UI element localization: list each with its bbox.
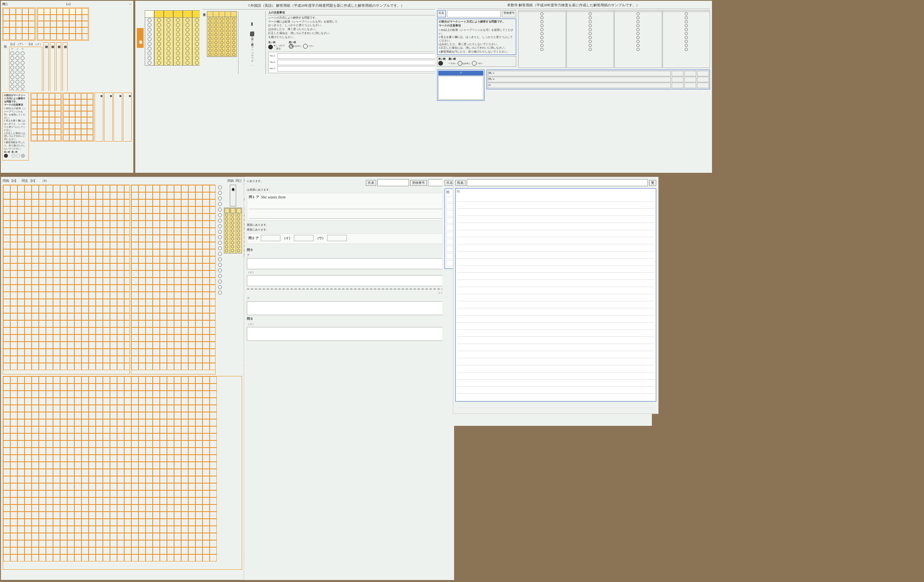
- q2-label: 問二: [2, 2, 8, 6]
- ni-arimasu-top: にあります。: [247, 179, 364, 183]
- math-name-row: 氏名 受検番号: [437, 10, 516, 17]
- bl-q4r: 問四: [227, 179, 234, 183]
- name-field-math-b: 氏名: [455, 180, 466, 186]
- score-hint: スライトし: [247, 291, 452, 295]
- math-bottom-sheet: 氏名 受 採点 問: [453, 177, 659, 414]
- candidate-num-right: 受検番号: [224, 185, 242, 374]
- q5-label-bc: 問５: [247, 248, 452, 252]
- q6-i-label: （イ）: [247, 322, 452, 326]
- vertical-writing-3: 解答欄: [56, 42, 61, 91]
- tl-second-row: の部分がマークシート方式により解答する問題です。 マークの注意事項 1 HB以上…: [1, 91, 133, 162]
- math-mark-examples: 良い例 悪い例 ✓小さい はみ出し: [437, 56, 516, 67]
- bl-header-row: 問四 【4】 問五 【6】 （9） 問四 問三: [3, 179, 242, 183]
- q4-label: 【4】: [65, 2, 72, 6]
- q-labels: 【6】（ア） 【4】（イ）: [9, 42, 42, 46]
- q6-label-bc: 問６: [247, 317, 452, 321]
- math-name-label: 氏名: [437, 10, 446, 17]
- candidate-label-bc: 受検番号: [410, 180, 427, 186]
- q6-a-field: [247, 301, 452, 315]
- good-mark-section: 良い例 ●しっかり 塗る: [268, 41, 285, 51]
- vertical-writing-1: 解答欄: [44, 42, 49, 91]
- writing-section-1: [2, 8, 36, 41]
- bl-q4: 問四 【4】: [3, 179, 18, 183]
- vertical-answer-col: 解答欄: [95, 93, 103, 142]
- candidate-label-right: 受検番号: [230, 185, 236, 206]
- good-label: 良い例: [268, 41, 285, 44]
- q5-a-field: [247, 258, 452, 269]
- dash-divider: 一: [129, 2, 132, 6]
- english-answer-sheet: にあります。 氏者 受検番号 は表面にあります。 問１ ア She wants …: [244, 177, 454, 580]
- writing-main-row: 受検番号: [3, 185, 242, 374]
- q1-label: 問１ ア: [249, 195, 259, 199]
- math-q-marker: 問: [457, 190, 460, 194]
- bl-q9: （9）: [41, 179, 49, 183]
- vertical-answer-col-2: 解答欄: [104, 93, 113, 142]
- instructions-title: 上の注意事項: [268, 11, 451, 15]
- math-marks-title: の部分がマークシート方式により解答する問題です。: [439, 20, 515, 24]
- q5-i-field: [247, 275, 452, 286]
- vertical-writing-4: 解答欄: [62, 42, 68, 91]
- q2-label-bc: 問２ ア: [248, 236, 259, 240]
- instructions-body: シートの方式により解答する問題です。 マーク欄には鉛筆（シャープペンシルも可）を…: [268, 16, 451, 40]
- name-input-math-b: [467, 179, 648, 186]
- orange-instructions-box: の部分がマークシート方式により解答する問題です。 マークの注意事項 1 HB以上…: [2, 93, 29, 161]
- bl-grid-1: [3, 185, 130, 374]
- candidate-field-math-b: 受: [649, 180, 656, 186]
- q1-line-2: [249, 210, 450, 219]
- q2-u: （ウ）: [316, 236, 325, 240]
- main-layout: 問二 【4】 一: [0, 0, 924, 582]
- english-title: Ⅰ 外国語（英語） 解答用紙（平成28年度学力検査問題を基に作成した解答用紙のサ…: [202, 3, 451, 9]
- math-bubble-grid: [518, 10, 710, 68]
- candidate-grid-right: [224, 208, 242, 253]
- math-problem-boxes: 問い1 問い2 の: [487, 70, 710, 89]
- math-marks-body: 1 HB以上の鉛筆（シャープペンシルも可）を使用してください。 2 答えを書く欄…: [439, 28, 515, 53]
- math-good-label: 良い例: [438, 57, 445, 61]
- good-desc: ●しっかり 塗る: [274, 44, 285, 51]
- bl-q3r: 問三: [236, 179, 242, 183]
- math-bad-label: 悪い例: [449, 57, 483, 61]
- question2-section: 問２ ア （イ） （ウ）: [247, 233, 452, 244]
- question6-section: ア 問６ （イ）: [247, 297, 452, 341]
- bottom-writing-grids: 解答欄 解答欄 解答欄 解答欄: [30, 93, 132, 142]
- math-blue-answer-area: 問: [455, 188, 656, 402]
- kokugo-title: Ⅱ 国語: [249, 22, 255, 28]
- math-instructions-box: の部分がマークシート方式により解答する問題です。 マークの注意事項 1 HB以上…: [437, 19, 516, 55]
- writing-section-2: /* placeholder - rendered via CSS */: [37, 8, 89, 41]
- ura-label-1: 裏面にあります。: [247, 223, 452, 227]
- vertical-answer-col-3: 解答欄: [114, 93, 122, 142]
- bad-mark-section: 悪い例 はみ出し うすい: [289, 41, 314, 51]
- math-sheet: Ⅲ 数学 解答用紙（平成28年度学力検査を基に作成した解答用紙のサンプルです。）…: [435, 1, 712, 173]
- bottom-writing-sheet: 問四 【4】 問五 【6】 （9） 問四 問三: [1, 177, 244, 580]
- kokugo-note: （平成二八年度学力検査問題を基に作成した解答用紙のサンプルです。）: [250, 30, 254, 63]
- q1-line-1: [249, 200, 450, 209]
- vertical-answer-col-4: 解答欄: [123, 93, 132, 142]
- q6-i-field: [247, 327, 452, 341]
- wa-omote-label: は表面にあります。: [247, 188, 452, 192]
- vertical-writing-2: 解答欄: [50, 42, 55, 91]
- candidate-grid-eng: [207, 11, 237, 57]
- name-label-bc: 氏者: [366, 180, 376, 186]
- q-marker: 問: [446, 190, 449, 195]
- q6-a-label: ア: [247, 297, 452, 300]
- math-title: Ⅲ 数学 解答用紙（平成28年度学力検査を基に作成した解答用紙のサンプルです。）: [437, 3, 710, 9]
- dashed-separator: [247, 289, 452, 289]
- bad-label: 悪い例: [289, 41, 314, 44]
- bl-grid-2: [131, 185, 216, 374]
- q5-a-label: ア: [247, 253, 452, 257]
- math-answer-box-a: ア: [437, 70, 485, 101]
- math-bottom-header: 氏名 受: [455, 179, 656, 186]
- question5-section: 問５ ア （イ）: [247, 248, 452, 286]
- q5-i-label: （イ）: [247, 270, 452, 274]
- math-marks-subtitle: マークの注意事項: [439, 24, 515, 28]
- question1-section: 問１ ア She wants them: [247, 193, 452, 221]
- q1-text: She wants them: [261, 195, 286, 199]
- bl-q5: 問五 【6】: [22, 179, 37, 183]
- mark-bubbles-column: [217, 185, 223, 374]
- q2-i: （イ）: [282, 236, 292, 240]
- answer-nos: No.2 No.4 No.3: [268, 52, 451, 73]
- math-name-field: [447, 10, 501, 17]
- ura-label-2: 裏面にあります。: [247, 228, 452, 232]
- math-candidate-label: 受検番号: [502, 10, 516, 17]
- english-sheet: Ⅰ 外国語（英語） 解答用紙（平成28年度学力検査問題を基に作成した解答用紙のサ…: [200, 1, 453, 173]
- problem-note-1: 問五: [2, 42, 8, 44]
